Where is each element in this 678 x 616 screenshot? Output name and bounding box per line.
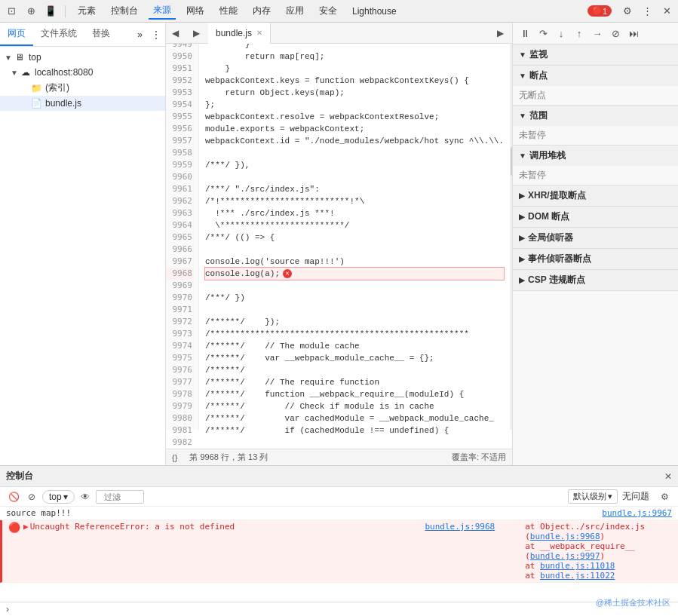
console-clear-btn[interactable]: 🚫 <box>6 489 21 504</box>
js-file-icon: 📄 <box>30 97 42 109</box>
event-bp-header[interactable]: ▶ 事件侦听器断点 <box>513 249 678 269</box>
console-input-field[interactable] <box>12 605 672 614</box>
play-btn[interactable]: ⏸ <box>517 26 532 41</box>
top-label: top <box>49 492 62 502</box>
step-over-btn[interactable]: ↷ <box>535 26 551 41</box>
callstack-section: ▼ 调用堆栈 未暂停 <box>513 146 678 185</box>
stack-link-3[interactable]: bundle.js:11022 <box>540 571 615 581</box>
global-listeners-header[interactable]: ▶ 全局侦听器 <box>513 228 678 248</box>
error-badge[interactable]: 🔴 1 <box>587 5 612 17</box>
csp-arrow: ▶ <box>519 276 525 284</box>
sidebar-tabs: 网页 文件系统 替换 » ⋮ <box>0 23 165 47</box>
tree-item-localhost[interactable]: ▼ ☁ localhost:8080 <box>0 65 165 80</box>
csp-header[interactable]: ▶ CSP 违规断点 <box>513 270 678 290</box>
tab-history-forward[interactable]: ▶ <box>187 24 205 42</box>
step-out-btn[interactable]: ↑ <box>572 26 587 41</box>
dom-bp-arrow: ▶ <box>519 213 525 221</box>
stack-link-2[interactable]: bundle.js:11018 <box>540 561 615 571</box>
callstack-header[interactable]: ▼ 调用堆栈 <box>513 146 678 166</box>
code-scroll[interactable]: 9948994999509951995299539954995599569957… <box>166 44 512 449</box>
code-scrollbar[interactable] <box>510 44 512 430</box>
xhr-section: ▶ XHR/提取断点 <box>513 185 678 207</box>
settings-icon[interactable]: ⚙ <box>621 5 634 18</box>
code-tab-label: bundle.js <box>216 28 252 38</box>
xhr-label: XHR/提取断点 <box>528 189 586 202</box>
code-tab-close[interactable]: ✕ <box>256 29 262 37</box>
line-numbers: 9948994999509951995299539954995599569957… <box>166 44 199 430</box>
stack-line-3: at bundle.js:11022 <box>513 571 672 581</box>
tree-item-top[interactable]: ▼ 🖥 top <box>0 50 165 65</box>
error-icon: 🔴 <box>8 522 20 533</box>
sidebar-tab-webpage[interactable]: 网页 <box>0 23 33 46</box>
error-stack-trace: at Object../src/index.js (bundle.js:9968… <box>495 522 672 581</box>
gl-label: 全局侦听器 <box>528 231 573 244</box>
step-into-btn[interactable]: ↓ <box>554 26 569 41</box>
menu-security[interactable]: 安全 <box>314 3 342 19</box>
menu-sources[interactable]: 来源 <box>149 2 176 20</box>
error-log-source[interactable]: bundle.js:9968 <box>419 522 495 533</box>
breakpoints-header[interactable]: ▼ 断点 <box>513 66 678 86</box>
dom-bp-header[interactable]: ▶ DOM 断点 <box>513 207 678 227</box>
right-panel: ⏸ ↷ ↓ ↑ → ⊘ ⏭ ▼ 监视 ▼ 断点 无断点 ▼ <box>512 23 678 465</box>
log-source-0[interactable]: bundle.js:9967 <box>596 508 672 518</box>
expand-error-icon[interactable]: ▶ <box>23 522 29 533</box>
tree-item-bundle[interactable]: 📄 bundle.js <box>0 96 165 111</box>
device-icon[interactable]: 📱 <box>44 5 57 18</box>
tab-history-back[interactable]: ◀ <box>166 24 184 42</box>
step-btn[interactable]: → <box>590 26 605 41</box>
dock-icon[interactable]: ⊡ <box>5 5 18 18</box>
dom-bp-label: DOM 断点 <box>528 210 569 223</box>
more-icon[interactable]: ⋮ <box>640 5 654 18</box>
scope-section: ▼ 范围 未暂停 <box>513 106 678 146</box>
cloud-icon: ☁ <box>20 66 32 78</box>
menu-elements[interactable]: 元素 <box>73 3 100 19</box>
code-tabs: ◀ ▶ bundle.js ✕ ▶ <box>166 23 512 44</box>
menu-performance[interactable]: 性能 <box>215 3 242 19</box>
breakpoints-section: ▼ 断点 无断点 <box>513 66 678 106</box>
xhr-header[interactable]: ▶ XHR/提取断点 <box>513 185 678 206</box>
deactivate-btn[interactable]: ⊘ <box>608 26 623 41</box>
console-filter-btn[interactable]: ⊘ <box>24 489 39 504</box>
more-tabs-icon[interactable]: » <box>133 23 147 46</box>
menu-memory[interactable]: 内存 <box>248 3 275 19</box>
error-log-row: 🔴 ▶ Uncaught ReferenceError: a is not de… <box>8 522 495 533</box>
scope-header[interactable]: ▼ 范围 <box>513 106 678 126</box>
console-filter-input[interactable] <box>101 492 139 502</box>
sidebar-tab-filesystem[interactable]: 文件系统 <box>33 23 84 46</box>
code-tab-bundle[interactable]: bundle.js ✕ <box>208 23 271 44</box>
console-settings-btn[interactable]: ⚙ <box>657 489 672 504</box>
error-log-text: Uncaught ReferenceError: a is not define… <box>30 522 419 533</box>
close-icon[interactable]: ✕ <box>660 5 673 18</box>
log-text-0: source map!!! <box>6 508 596 518</box>
menu-application[interactable]: 应用 <box>281 3 308 19</box>
coverage-status: 覆盖率: 不适用 <box>452 452 506 463</box>
menu-network[interactable]: 网络 <box>182 3 209 19</box>
stack-line-1: at __webpack_require__ (bundle.js:9997) <box>513 541 672 561</box>
stack-link-1[interactable]: bundle.js:9997 <box>530 551 600 561</box>
stack-link-0[interactable]: bundle.js:9968 <box>530 532 600 541</box>
menu-console[interactable]: 控制台 <box>106 3 143 19</box>
filter-input-wrapper[interactable] <box>96 490 144 504</box>
menu-lighthouse[interactable]: Lighthouse <box>348 5 401 18</box>
top-dropdown-arrow: ▾ <box>63 492 68 502</box>
code-status-bar: {} 第 9968 行，第 13 列 覆盖率: 不适用 <box>166 449 512 465</box>
format-icon[interactable]: {} <box>172 453 177 462</box>
console-close-btn[interactable]: ✕ <box>664 471 672 482</box>
watch-section-header[interactable]: ▼ 监视 <box>513 44 678 65</box>
pause-async-btn[interactable]: ⏭ <box>626 26 641 41</box>
level-dropdown[interactable]: 默认级别 ▾ <box>568 489 618 504</box>
tree-item-index[interactable]: 📁 (索引) <box>0 80 165 96</box>
top-selector[interactable]: top ▾ <box>42 490 75 504</box>
sidebar-tab-overrides[interactable]: 替换 <box>84 23 118 46</box>
console-controls: 🚫 ⊘ top ▾ 👁 默认级别 ▾ 无问题 ⚙ <box>0 487 678 507</box>
watch-section: ▼ 监视 <box>513 44 678 66</box>
sidebar-more-icon[interactable]: ⋮ <box>147 23 165 46</box>
global-listeners-section: ▶ 全局侦听器 <box>513 228 678 249</box>
inspect-icon[interactable]: ⊕ <box>24 5 38 18</box>
tab-more-icon[interactable]: ▶ <box>491 24 509 42</box>
console-eye-btn[interactable]: 👁 <box>78 489 93 504</box>
stack-line-2: at bundle.js:11018 <box>513 561 672 571</box>
callstack-content: 未暂停 <box>513 166 678 185</box>
issues-label: 无问题 <box>622 490 649 503</box>
code-area: ◀ ▶ bundle.js ✕ ▶ 9948994999509951995299… <box>166 23 512 465</box>
